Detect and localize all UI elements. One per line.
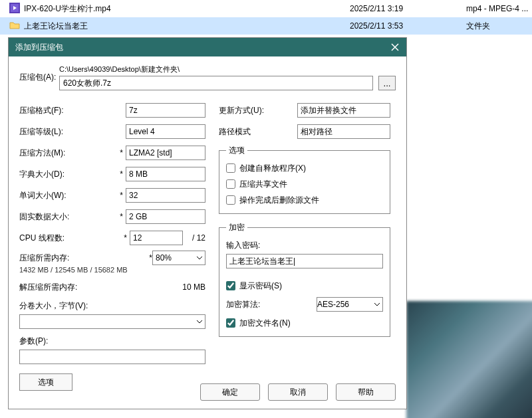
file-name: 上老王论坛当老王 xyxy=(24,21,350,32)
level-label: 压缩等级(L): xyxy=(19,126,126,138)
sfx-checkbox[interactable] xyxy=(226,163,235,173)
method-select[interactable]: LZMA2 [std] xyxy=(126,146,205,160)
dict-select[interactable]: 8 MB xyxy=(126,167,205,181)
encryption-legend: 加密 xyxy=(226,222,247,233)
dialog-titlebar[interactable]: 添加到压缩包 xyxy=(9,38,406,56)
mem-decomp-label: 解压缩所需内存: xyxy=(19,282,126,293)
file-type: 文件夹 xyxy=(466,21,490,32)
update-select[interactable]: 添加并替换文件 xyxy=(297,103,390,118)
shared-label: 压缩共享文件 xyxy=(239,179,287,190)
pathmode-select[interactable]: 相对路径 xyxy=(297,124,390,139)
dialog-title: 添加到压缩包 xyxy=(15,42,384,53)
cpu-label: CPU 线程数: xyxy=(19,233,124,244)
delete-label: 操作完成后删除源文件 xyxy=(239,195,319,206)
enc-alg-select[interactable]: AES-256 xyxy=(317,297,383,312)
pathmode-label: 路径模式 xyxy=(219,126,297,138)
mem-percent-select[interactable]: 80% xyxy=(152,251,205,265)
file-date: 2025/2/11 3:19 xyxy=(350,4,466,13)
close-icon xyxy=(391,43,399,51)
video-file-icon xyxy=(9,3,20,15)
dict-label: 字典大小(D): xyxy=(19,169,120,180)
word-select[interactable]: 32 xyxy=(126,188,205,203)
close-button[interactable] xyxy=(384,38,406,56)
format-select[interactable]: 7z xyxy=(126,103,205,118)
mem-comp-label: 压缩所需内存: xyxy=(19,253,149,264)
encryption-fieldset: 加密 输入密码: 显示密码(S) 加密算法:AES-256 加密文件名(N) xyxy=(219,222,390,337)
encrypt-name-label: 加密文件名(N) xyxy=(239,318,291,329)
file-explorer: IPX-620-U学生榨汁.mp4 2025/2/11 3:19 mp4 - M… xyxy=(0,0,532,35)
file-row[interactable]: IPX-620-U学生榨汁.mp4 2025/2/11 3:19 mp4 - M… xyxy=(0,0,532,17)
solid-label: 固实数据大小: xyxy=(19,211,120,223)
archive-label: 压缩包(A): xyxy=(19,72,59,83)
level-select[interactable]: Level 4 xyxy=(126,124,205,139)
help-button[interactable]: 帮助 xyxy=(336,383,396,401)
file-name: IPX-620-U学生榨汁.mp4 xyxy=(24,3,350,15)
split-input[interactable] xyxy=(19,314,205,329)
archive-name-input[interactable]: 620女教师.7z xyxy=(59,76,373,90)
video-thumbnail xyxy=(406,301,532,418)
enc-alg-label: 加密算法: xyxy=(226,299,317,310)
options-fieldset: 选项 创建自释放程序(X) 压缩共享文件 操作完成后删除源文件 xyxy=(219,145,390,214)
encrypt-name-checkbox[interactable] xyxy=(226,318,235,328)
mem-decomp-value: 10 MB xyxy=(126,282,205,292)
split-label: 分卷大小，字节(V): xyxy=(19,300,205,312)
params-input[interactable] xyxy=(19,350,205,364)
mem-comp-detail: 1432 MB / 12545 MB / 15682 MB xyxy=(19,266,205,274)
compress-dialog: 添加到压缩包 压缩包(A): C:\Users\49039\Desktop\新建… xyxy=(8,37,407,409)
cpu-total: / 12 xyxy=(187,233,205,243)
ok-button[interactable]: 确定 xyxy=(200,383,260,401)
archive-dir: C:\Users\49039\Desktop\新建文件夹\ xyxy=(59,64,396,74)
cpu-select[interactable]: 12 xyxy=(130,231,183,245)
cancel-button[interactable]: 取消 xyxy=(268,383,328,401)
word-label: 单词大小(W): xyxy=(19,190,120,201)
params-label: 参数(P): xyxy=(19,336,205,347)
file-date: 2025/2/11 3:53 xyxy=(350,21,466,31)
password-input[interactable] xyxy=(226,254,383,268)
folder-icon xyxy=(9,20,20,33)
shared-checkbox[interactable] xyxy=(226,179,235,189)
delete-checkbox[interactable] xyxy=(226,195,235,205)
update-label: 更新方式(U): xyxy=(219,105,297,116)
options-legend: 选项 xyxy=(226,145,247,156)
solid-select[interactable]: 2 GB xyxy=(126,209,205,224)
show-password-checkbox[interactable] xyxy=(226,281,235,290)
sfx-label: 创建自释放程序(X) xyxy=(239,163,306,174)
file-row[interactable]: 上老王论坛当老王 2025/2/11 3:53 文件夹 xyxy=(0,17,532,35)
password-label: 输入密码: xyxy=(226,240,383,251)
browse-button[interactable]: ... xyxy=(378,76,396,90)
show-password-label: 显示密码(S) xyxy=(239,280,282,292)
method-label: 压缩方法(M): xyxy=(19,148,120,159)
file-type: mp4 - MPEG-4 ... xyxy=(466,4,528,13)
format-label: 压缩格式(F): xyxy=(19,105,126,116)
